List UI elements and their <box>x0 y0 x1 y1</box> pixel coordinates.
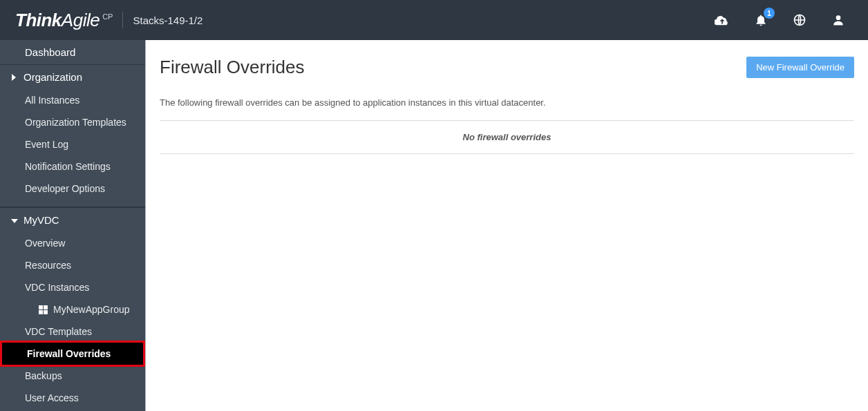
top-bar: ThinkAgile CP Stacks-149-1/2 1 <box>0 0 868 40</box>
sidebar-item-resources[interactable]: Resources <box>0 254 145 276</box>
highlight-annotation: Firewall Overrides <box>0 341 145 367</box>
svg-point-1 <box>836 15 841 20</box>
sidebar-item-app-group[interactable]: MyNewAppGroup <box>0 298 145 321</box>
sidebar-item-event-log[interactable]: Event Log <box>0 133 145 155</box>
sidebar-item-notification-settings[interactable]: Notification Settings <box>0 155 145 178</box>
sidebar-organization-label: Organization <box>23 71 82 83</box>
divider <box>160 153 854 154</box>
page-title: Firewall Overrides <box>160 57 305 78</box>
app-group-icon <box>39 305 48 314</box>
empty-state-message: No firewall overrides <box>160 121 854 153</box>
brand-agile: Agile <box>62 10 100 31</box>
sidebar-header-organization[interactable]: Organization <box>0 64 145 89</box>
sidebar-item-backups[interactable]: Backups <box>0 365 145 387</box>
cloud-upload-icon[interactable] <box>715 12 730 28</box>
user-icon[interactable] <box>831 12 846 28</box>
sidebar-item-vdc-templates[interactable]: VDC Templates <box>0 321 145 343</box>
main-content: Firewall Overrides New Firewall Override… <box>146 40 868 411</box>
topbar-actions: 1 <box>715 12 853 28</box>
sidebar-item-vdc-instances[interactable]: VDC Instances <box>0 276 145 298</box>
brand-logo[interactable]: ThinkAgile CP <box>15 10 113 31</box>
sidebar-item-overview[interactable]: Overview <box>0 232 145 254</box>
stack-breadcrumb[interactable]: Stacks-149-1/2 <box>133 15 202 26</box>
new-firewall-override-button[interactable]: New Firewall Override <box>746 57 854 78</box>
sidebar-app-group-label: MyNewAppGroup <box>53 304 130 315</box>
sidebar-item-dashboard[interactable]: Dashboard <box>0 40 145 64</box>
chevron-right-icon <box>11 71 18 83</box>
sidebar-item-org-templates[interactable]: Organization Templates <box>0 111 145 133</box>
brand-think: Think <box>15 10 62 31</box>
divider <box>122 12 123 28</box>
globe-icon[interactable] <box>792 12 807 28</box>
brand-cp: CP <box>102 12 113 21</box>
sidebar-item-firewall-overrides[interactable]: Firewall Overrides <box>2 343 143 365</box>
sidebar-item-user-access[interactable]: User Access <box>0 387 145 409</box>
sidebar-header-vdc[interactable]: MyVDC <box>0 207 145 232</box>
sidebar-item-all-instances[interactable]: All Instances <box>0 89 145 111</box>
sidebar-item-developer-options[interactable]: Developer Options <box>0 178 145 200</box>
chevron-down-icon <box>11 214 18 226</box>
page-description: The following firewall overrides can be … <box>160 97 854 108</box>
sidebar: Dashboard Organization All Instances Org… <box>0 40 146 411</box>
bell-icon[interactable]: 1 <box>753 12 768 28</box>
sidebar-vdc-label: MyVDC <box>23 214 59 226</box>
notification-badge: 1 <box>764 8 775 19</box>
